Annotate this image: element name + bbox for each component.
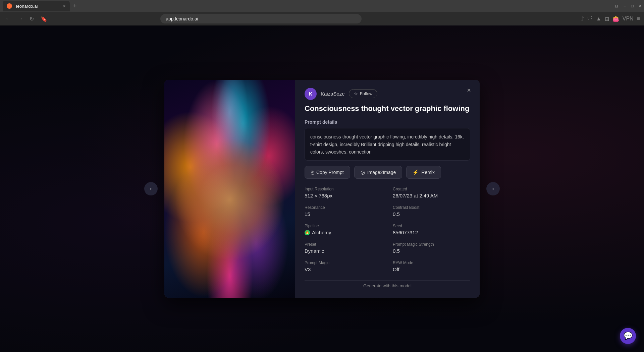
- image2image-label: Image2Image: [367, 170, 396, 175]
- chat-fab-button[interactable]: 💬: [620, 328, 636, 344]
- image-panel: [164, 80, 295, 298]
- image2image-icon: ◎: [361, 169, 365, 175]
- info-panel: × K KaizaSoze ☆ Follow Consciousness t: [295, 80, 480, 298]
- remix-icon: ⚡: [413, 169, 419, 175]
- preset-label: Preset: [305, 242, 382, 247]
- raw-mode-label: RAW Mode: [393, 260, 470, 265]
- detail-seed: Seed 856077312: [393, 224, 470, 235]
- resonance-value: 15: [305, 211, 382, 217]
- vpn-icon[interactable]: VPN: [623, 16, 634, 22]
- detail-contrast-boost: Contrast Boost 0.5: [393, 205, 470, 217]
- follow-star-icon: ☆: [354, 91, 358, 96]
- svg-point-0: [8, 4, 11, 8]
- prompt-text: consciousness thought vector graphic flo…: [305, 128, 470, 161]
- tab-favicon: [7, 3, 12, 9]
- detail-created: Created 26/07/23 at 2:49 AM: [393, 187, 470, 198]
- tab-bar: leonardo.ai × + ⊟ − □ ×: [0, 0, 644, 12]
- image-detail-modal: × K KaizaSoze ☆ Follow Consciousness t: [164, 80, 480, 298]
- prompt-magic-strength-value: 0.5: [393, 248, 470, 254]
- detail-prompt-magic: Prompt Magic V3: [305, 260, 382, 272]
- refresh-button[interactable]: ↻: [28, 14, 35, 23]
- seed-label: Seed: [393, 224, 470, 228]
- window-list-icon[interactable]: ⊟: [615, 4, 618, 8]
- menu-icon[interactable]: ≡: [637, 16, 640, 22]
- follow-button[interactable]: ☆ Follow: [349, 89, 378, 98]
- prev-image-button[interactable]: ‹: [144, 182, 158, 195]
- address-bar: ← → ↻ 🔖 ⤴ 🛡 ▲ ⊞ 👛 VPN ≡: [0, 12, 644, 25]
- alchemy-icon: 🔥: [305, 230, 310, 235]
- copy-prompt-button[interactable]: ⎘ Copy Prompt: [305, 166, 350, 179]
- prompt-magic-strength-label: Prompt Magic Strength: [393, 242, 470, 247]
- prompt-magic-value: V3: [305, 267, 382, 272]
- contrast-boost-label: Contrast Boost: [393, 205, 470, 210]
- next-arrow-icon: ›: [492, 186, 494, 192]
- pipeline-value: 🔥 Alchemy: [305, 230, 382, 235]
- address-bar-icons: ⤴ 🛡 ▲ ⊞ 👛 VPN ≡: [581, 16, 640, 22]
- maximize-button[interactable]: □: [631, 4, 634, 8]
- pipeline-label: Pipeline: [305, 224, 382, 228]
- detail-raw-mode: RAW Mode Off: [393, 260, 470, 272]
- preset-value: Dynamic: [305, 248, 382, 254]
- action-buttons-row: ⎘ Copy Prompt ◎ Image2Image ⚡ Remix: [305, 166, 470, 179]
- share-icon[interactable]: ⤴: [581, 16, 584, 22]
- close-modal-button[interactable]: ×: [464, 85, 474, 96]
- brave-icon: ▲: [596, 16, 601, 22]
- address-input[interactable]: [160, 14, 362, 23]
- avatar: K: [305, 88, 317, 100]
- new-tab-button[interactable]: +: [71, 3, 79, 10]
- copy-icon: ⎘: [311, 170, 314, 175]
- next-image-button[interactable]: ›: [486, 182, 500, 195]
- created-value: 26/07/23 at 2:49 AM: [393, 193, 470, 198]
- raw-mode-value: Off: [393, 267, 470, 272]
- details-grid: Input Resolution 512 × 768px Created 26/…: [305, 187, 470, 272]
- shield-icon[interactable]: 🛡: [587, 16, 593, 22]
- detail-input-resolution: Input Resolution 512 × 768px: [305, 187, 382, 198]
- prompt-magic-label: Prompt Magic: [305, 260, 382, 265]
- browser-chrome: leonardo.ai × + ⊟ − □ × ← → ↻ 🔖 ⤴ 🛡 ▲ ⊞ …: [0, 0, 644, 25]
- contrast-boost-value: 0.5: [393, 211, 470, 217]
- image2image-button[interactable]: ◎ Image2Image: [354, 166, 402, 179]
- chat-icon: 💬: [624, 332, 633, 340]
- minimize-button[interactable]: −: [624, 4, 626, 8]
- bookmark-button[interactable]: 🔖: [39, 14, 49, 23]
- modal-container: ‹ × K KaizaSoze: [164, 80, 480, 298]
- back-button[interactable]: ←: [4, 14, 12, 23]
- input-resolution-label: Input Resolution: [305, 187, 382, 191]
- detail-preset: Preset Dynamic: [305, 242, 382, 254]
- page-background: ‹ × K KaizaSoze: [0, 25, 644, 352]
- remix-label: Remix: [421, 170, 435, 175]
- prev-arrow-icon: ‹: [150, 186, 152, 192]
- tab-close-button[interactable]: ×: [63, 3, 66, 9]
- active-tab[interactable]: leonardo.ai ×: [3, 1, 70, 11]
- avatar-initial: K: [309, 91, 313, 97]
- artwork-image: [164, 80, 295, 298]
- modal-overlay: ‹ × K KaizaSoze: [0, 25, 644, 352]
- extension-icon[interactable]: ⊞: [605, 16, 609, 22]
- user-row: K KaizaSoze ☆ Follow: [305, 88, 470, 100]
- window-controls: ⊟ − □ ×: [615, 4, 641, 8]
- remix-button[interactable]: ⚡ Remix: [406, 166, 441, 179]
- tab-title: leonardo.ai: [16, 4, 38, 9]
- image-title: Consciousness thought vector graphic flo…: [305, 104, 470, 114]
- prompt-section-label: Prompt details: [305, 119, 470, 125]
- generate-hint-text: Generate with this model: [363, 283, 412, 288]
- close-window-button[interactable]: ×: [639, 4, 641, 8]
- forward-button[interactable]: →: [16, 14, 24, 23]
- resonance-label: Resonance: [305, 205, 382, 210]
- created-label: Created: [393, 187, 470, 191]
- detail-pipeline: Pipeline 🔥 Alchemy: [305, 224, 382, 235]
- input-resolution-value: 512 × 768px: [305, 193, 382, 198]
- detail-prompt-magic-strength: Prompt Magic Strength 0.5: [393, 242, 470, 254]
- detail-resonance: Resonance 15: [305, 205, 382, 217]
- copy-prompt-label: Copy Prompt: [316, 170, 344, 175]
- wallet-icon[interactable]: 👛: [612, 16, 619, 22]
- bottom-hint[interactable]: Generate with this model: [305, 280, 470, 290]
- username: KaizaSoze: [321, 91, 345, 97]
- follow-label: Follow: [360, 91, 373, 96]
- seed-value: 856077312: [393, 230, 470, 235]
